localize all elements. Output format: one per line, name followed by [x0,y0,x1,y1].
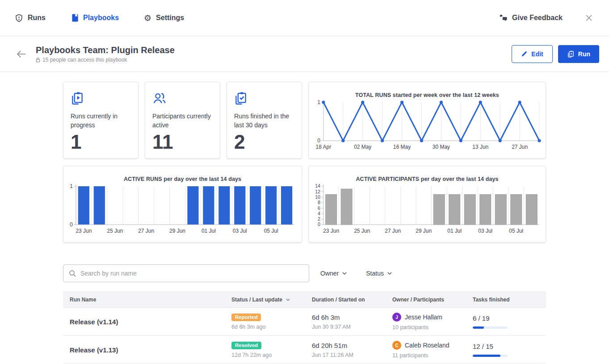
stat-value: 11 [152,131,213,153]
svg-text:01 Jul: 01 Jul [202,228,216,234]
svg-text:0: 0 [317,138,320,144]
svg-text:23 Jun: 23 Jun [76,228,92,234]
tasks-progress-bar [473,326,508,329]
page-header: Playbooks Team: Plugin Release 15 people… [0,36,609,72]
chart-title: ACTIVE PARTICIPANTS per day over the las… [309,166,546,182]
filters-row: Owner Status [63,264,546,282]
progress-fill [473,355,500,357]
column-header-tasks: Tasks finished [473,297,546,303]
back-arrow-icon [17,50,26,58]
svg-text:12: 12 [315,189,320,194]
status-filter[interactable]: Status [366,270,392,277]
column-header-status-label: Status / Last update [231,297,282,303]
run-started-on: Jun 17 11:26 AM [312,352,392,358]
runs-table-body: Release (v1.14) Reported 6d 6h 3m ago 6d… [63,308,546,364]
chevron-down-icon [387,272,392,275]
stat-card-runs-in-progress: Runs currently in progress 1 [63,82,139,159]
total-runs-line-chart: 1018 Apr02 May16 May30 May13 Jun27 Jun [309,98,546,159]
run-duration: 6d 20h 51m [312,342,392,349]
chart-title: ACTIVE RUNS per day over the last 14 day… [63,166,302,182]
clipboard-play-icon [71,91,84,105]
tasks-finished-text: 12 / 15 [473,343,546,350]
stat-card-runs-finished: Runs finished in the last 30 days 2 [227,82,302,159]
svg-text:02 May: 02 May [354,144,371,150]
svg-text:25 Jun: 25 Jun [354,228,370,234]
run-table-row[interactable]: Release (v1.13) Resolved 12d 7h 22m ago … [63,336,546,364]
column-header-status: Status / Last update [231,297,312,303]
page-title: Playbooks Team: Plugin Release [36,45,175,55]
run-name[interactable]: Release (v1.14) [70,318,231,326]
nav-items: Runs Playbooks ⚙ Settings [15,13,184,23]
active-runs-chart-card: ACTIVE RUNS per day over the last 14 day… [63,166,302,243]
svg-text:0: 0 [70,222,73,228]
search-input[interactable] [80,270,303,277]
main-content: Runs currently in progress 1 Participant… [63,82,546,364]
run-name[interactable]: Release (v1.13) [70,346,231,354]
feedback-chat-icon [500,14,508,22]
svg-text:16 May: 16 May [393,144,411,150]
svg-text:23 Jun: 23 Jun [323,228,339,234]
column-header-duration: Duration / Started on [312,297,392,303]
svg-text:1: 1 [70,183,73,189]
search-box [63,264,309,282]
svg-text:2: 2 [318,217,320,222]
run-button-label: Run [578,50,590,58]
svg-text:25 Jun: 25 Jun [107,228,123,234]
nav-item-label: Settings [156,14,184,22]
svg-text:01 Jul: 01 Jul [447,228,462,234]
svg-text:27 Jun: 27 Jun [512,144,528,150]
nav-item-runs[interactable]: Runs [15,13,46,23]
svg-text:27 Jun: 27 Jun [138,228,154,234]
close-icon [585,14,593,22]
svg-text:8: 8 [318,200,320,205]
charts-row: ACTIVE RUNS per day over the last 14 day… [63,166,546,243]
close-button[interactable] [585,14,593,22]
avatar: J [392,313,401,322]
svg-text:03 Jul: 03 Jul [233,228,247,234]
search-icon [69,270,76,277]
give-feedback-button[interactable]: Give Feedback [500,14,563,22]
gear-icon: ⚙ [144,14,151,22]
people-icon [152,91,167,105]
title-block: Playbooks Team: Plugin Release 15 people… [36,45,175,63]
svg-text:05 Jul: 05 Jul [509,228,523,234]
last-update-text: 12d 7h 22m ago [231,352,312,358]
status-badge: Reported [231,314,261,321]
avatar: C [392,341,401,350]
status-badge: Resolved [231,342,261,349]
nav-item-playbooks[interactable]: Playbooks [71,13,119,22]
svg-text:14: 14 [315,184,320,188]
tasks-finished-text: 6 / 19 [473,314,546,322]
svg-text:13 Jun: 13 Jun [472,144,488,150]
run-button[interactable]: Run [558,45,599,63]
active-participants-chart-card: ACTIVE PARTICIPANTS per day over the las… [308,166,546,243]
header-actions: Edit Run [512,45,599,63]
sort-by-status[interactable]: Status / Last update [231,297,312,303]
nav-item-label: Playbooks [83,14,119,22]
chevron-down-icon [342,272,347,275]
stat-value: 1 [71,131,131,153]
svg-text:6: 6 [318,206,320,211]
svg-text:05 Jul: 05 Jul [264,228,278,234]
nav-right: Give Feedback [500,14,593,22]
nav-item-label: Runs [28,14,46,22]
svg-text:4: 4 [318,211,320,216]
active-participants-bar-chart: 1412108642023 Jun25 Jun27 Jun29 Jun01 Ju… [309,182,546,243]
svg-text:03 Jul: 03 Jul [478,228,492,234]
run-table-row[interactable]: Release (v1.14) Reported 6d 6h 3m ago 6d… [63,308,546,336]
access-note-text: 15 people can access this playbook [42,57,127,63]
clipboard-check-icon [234,91,248,105]
nav-item-settings[interactable]: ⚙ Settings [144,14,184,22]
back-button[interactable] [13,46,29,62]
edit-button-label: Edit [531,50,543,58]
run-started-on: Jun 30 9:37 AM [312,324,392,330]
give-feedback-label: Give Feedback [512,14,563,22]
progress-fill [473,326,484,329]
owner-filter[interactable]: Owner [320,270,347,277]
edit-button[interactable]: Edit [512,45,552,63]
owner-name: Caleb Roseland [405,342,449,349]
column-header-run-name: Run Name [63,297,231,303]
svg-text:27 Jun: 27 Jun [385,228,401,234]
tasks-progress-bar [473,355,508,357]
svg-text:29 Jun: 29 Jun [416,228,432,234]
